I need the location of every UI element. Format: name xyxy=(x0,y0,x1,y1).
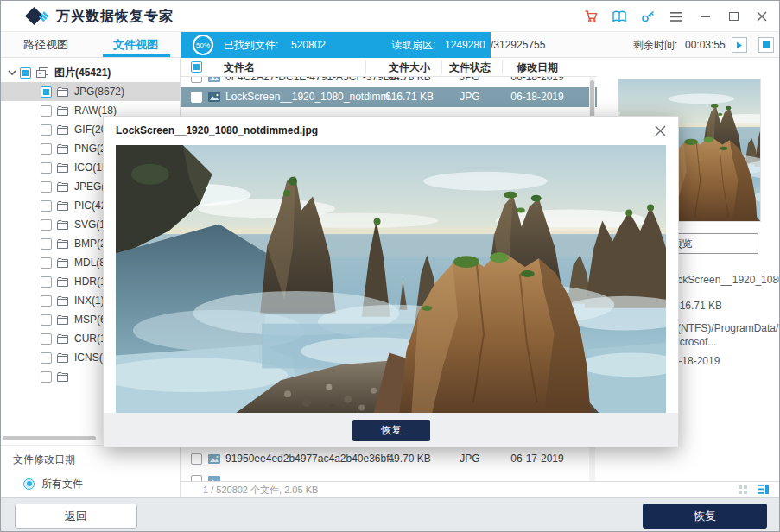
tree-item-images-root[interactable]: 图片(45421) xyxy=(1,63,180,82)
app-window: 万兴数据恢复专家 xyxy=(0,0,780,532)
file-row-selected[interactable]: LockScreen__1920_1080_notdimm... 616.71 … xyxy=(181,87,597,107)
key-icon[interactable] xyxy=(637,6,658,27)
tree-label: RAW(18) xyxy=(74,104,117,117)
folder-icon xyxy=(57,87,68,97)
folder-icon xyxy=(57,163,68,173)
folder-icon xyxy=(57,201,68,211)
checkbox-cur[interactable] xyxy=(41,333,52,345)
play-icon xyxy=(736,41,743,49)
row-checkbox[interactable] xyxy=(191,453,202,465)
app-logo-icon xyxy=(23,6,53,27)
checkbox-bmp[interactable] xyxy=(41,238,52,250)
folder-icon xyxy=(57,334,68,344)
time-remaining-value: 00:03:55 xyxy=(685,32,726,58)
recover-button[interactable]: 恢复 xyxy=(643,504,767,529)
resume-scan-button[interactable] xyxy=(732,37,747,53)
sectors-done-value: 1249280 xyxy=(445,32,485,58)
image-file-icon xyxy=(208,454,220,464)
scrollbar-thumb[interactable] xyxy=(590,80,594,118)
stop-icon xyxy=(763,41,770,48)
titlebar: 万兴数据恢复专家 xyxy=(1,1,779,32)
minimize-icon[interactable] xyxy=(694,6,715,27)
checkbox-raw[interactable] xyxy=(41,105,52,117)
tree-item-jpg[interactable]: JPG(8672) xyxy=(1,82,180,101)
checkbox-jpeg[interactable] xyxy=(41,181,52,193)
bottom-bar: 返回 恢复 xyxy=(1,497,779,532)
checkbox-hdr[interactable] xyxy=(41,276,52,288)
tree-label: INX(1) xyxy=(74,294,105,307)
preview-modal: LockScreen__1920_1080_notdimmed.jpg 恢复 xyxy=(103,116,679,447)
folder-icon xyxy=(57,258,68,268)
file-row-partial[interactable] xyxy=(181,471,597,481)
image-file-icon xyxy=(208,92,220,102)
tree-label: JPG(8672) xyxy=(74,86,124,98)
tab-path-view[interactable]: 路径视图 xyxy=(1,32,91,58)
list-view-icon[interactable] xyxy=(758,484,769,494)
tree-label: 图片(45421) xyxy=(54,66,111,80)
modal-preview-image xyxy=(116,145,666,413)
row-checkbox[interactable] xyxy=(191,92,202,103)
found-files-value: 520802 xyxy=(291,32,326,58)
checkbox-images-root[interactable] xyxy=(20,67,31,79)
selection-status-text: 1 / 520802 个文件, 2.05 KB xyxy=(181,481,780,497)
chevron-down-icon[interactable] xyxy=(8,70,16,75)
column-status[interactable]: 文件状态 xyxy=(440,58,500,77)
folder-icon xyxy=(57,125,68,135)
scan-percent-badge: 50% xyxy=(193,35,213,55)
modal-close-icon[interactable] xyxy=(652,123,668,138)
checkbox-pic[interactable] xyxy=(41,200,52,212)
time-remaining-label: 剩余时间: xyxy=(633,32,677,58)
checkbox-inx[interactable] xyxy=(41,295,52,307)
grid-view-icon[interactable] xyxy=(739,485,748,494)
modal-title: LockScreen__1920_1080_notdimmed.jpg xyxy=(116,117,318,144)
column-size[interactable]: 文件大小 xyxy=(372,58,447,77)
app-title: 万兴数据恢复专家 xyxy=(56,8,174,26)
file-row[interactable]: 0F4C2A27-DC1E-4791-A5CF-379BB... 94.78 K… xyxy=(181,77,597,87)
radio-dot[interactable] xyxy=(23,478,35,490)
menu-icon[interactable] xyxy=(666,6,687,27)
modal-recover-button[interactable]: 恢复 xyxy=(352,420,430,441)
preview-filesize: 616.71 KB xyxy=(674,300,722,312)
found-files-label: 已找到文件: xyxy=(224,32,278,58)
preview-filename: LockScreen__1920_1080 xyxy=(666,274,780,286)
folder-icon xyxy=(57,106,68,116)
folder-icon xyxy=(57,372,68,382)
folder-icon xyxy=(57,353,68,363)
folder-icon xyxy=(57,296,68,306)
select-all-checkbox[interactable] xyxy=(191,61,202,73)
checkbox-ico[interactable] xyxy=(41,162,52,174)
checkbox-mdl[interactable] xyxy=(41,257,52,269)
checkbox-msp[interactable] xyxy=(41,314,52,326)
date-filter-title: 文件修改日期 xyxy=(13,453,180,467)
radio-all-files[interactable]: 所有文件 xyxy=(23,474,180,493)
checkbox-partial-row[interactable] xyxy=(41,371,52,383)
file-list-header: 文件名 文件大小 文件状态 修改日期 xyxy=(181,58,597,77)
row-checkbox[interactable] xyxy=(191,475,202,481)
folder-icon xyxy=(57,144,68,154)
row-checkbox[interactable] xyxy=(191,77,202,83)
maximize-icon[interactable] xyxy=(723,6,744,27)
toolbar: 路径视图 文件视图 50% 已找到文件: 520802 读取扇区: 124928… xyxy=(1,32,779,58)
back-button[interactable]: 返回 xyxy=(15,504,137,529)
photos-stack-icon xyxy=(36,67,48,78)
checkbox-png[interactable] xyxy=(41,143,52,155)
folder-icon xyxy=(57,277,68,287)
folder-icon xyxy=(57,220,68,230)
book-icon[interactable] xyxy=(609,6,630,27)
close-icon[interactable] xyxy=(751,6,772,27)
stop-scan-button[interactable] xyxy=(758,37,774,53)
checkbox-icns[interactable] xyxy=(41,352,52,364)
checkbox-gif[interactable] xyxy=(41,124,52,136)
checkbox-jpg[interactable] xyxy=(41,86,52,98)
column-name[interactable]: 文件名 xyxy=(224,58,255,77)
sidebar-horizontal-scrollbar[interactable] xyxy=(3,436,96,440)
checkbox-svg[interactable] xyxy=(41,219,52,231)
folder-icon xyxy=(57,239,68,249)
column-date[interactable]: 修改日期 xyxy=(500,58,574,77)
image-file-icon xyxy=(208,77,220,82)
file-row[interactable]: 91950ee4ed2b4977ac4a2b40e36bf... 49.70 K… xyxy=(181,449,597,469)
folder-icon xyxy=(57,182,68,192)
active-tab-underline xyxy=(103,54,170,57)
sectors-total-value: /312925755 xyxy=(491,32,545,58)
cart-icon[interactable] xyxy=(580,6,601,27)
